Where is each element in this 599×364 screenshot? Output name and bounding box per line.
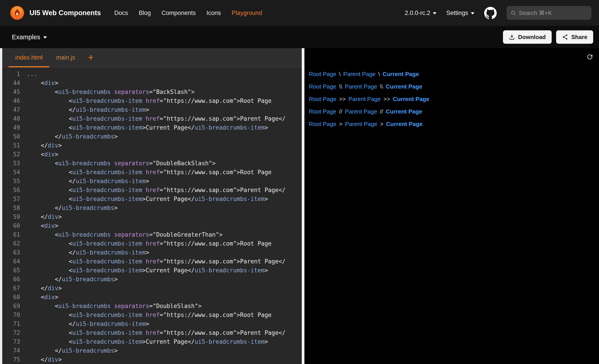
- code-line: 54 <ui5-breadcrumbs-item href="https://w…: [2, 168, 302, 177]
- ui5-logo-icon: [10, 6, 25, 20]
- code-line: 49 <ui5-breadcrumbs-item>Current Page</u…: [2, 123, 302, 132]
- search-box[interactable]: [507, 6, 591, 20]
- version-label: 2.0.0-rc.2: [405, 9, 430, 17]
- breadcrumb-separator: >: [339, 121, 342, 127]
- tab-main.js[interactable]: main.js: [49, 48, 82, 67]
- nav-link-playground[interactable]: Playground: [232, 9, 262, 17]
- chevron-down-icon: [43, 36, 47, 39]
- code-line: 58 </ui5-breadcrumbs>: [2, 203, 302, 212]
- breadcrumb-current: Current Page: [386, 121, 423, 127]
- line-number: 48: [2, 114, 20, 123]
- download-icon: [509, 34, 515, 40]
- breadcrumb-link[interactable]: Root Page: [309, 121, 336, 127]
- code-lines[interactable]: 1...44 <div>45 <ui5-breadcrumbs separato…: [2, 67, 302, 364]
- line-number: 57: [2, 195, 20, 203]
- breadcrumb-separator: >: [380, 121, 383, 127]
- nav-link-icons[interactable]: Icons: [206, 9, 221, 17]
- breadcrumb-link[interactable]: Root Page: [309, 83, 336, 90]
- breadcrumb-link[interactable]: Parent Page: [343, 71, 376, 78]
- line-number: 73: [2, 337, 20, 346]
- code-line: 66 </ui5-breadcrumbs>: [2, 275, 302, 284]
- line-number: 47: [2, 105, 20, 114]
- line-number: 54: [2, 168, 20, 177]
- line-number: 69: [2, 302, 20, 311]
- nav-links: DocsBlogComponentsIconsPlayground: [114, 9, 262, 17]
- version-dropdown[interactable]: 2.0.0-rc.2: [405, 9, 436, 17]
- breadcrumb-link[interactable]: Parent Page: [348, 96, 381, 103]
- breadcrumb-row: Root Page>Parent Page>Current Page: [309, 118, 599, 130]
- tab-index.html[interactable]: index.html: [9, 48, 49, 67]
- code-line: 64 <ui5-breadcrumbs-item href="https://w…: [2, 257, 302, 266]
- code-line: 70 <ui5-breadcrumbs-item href="https://w…: [2, 311, 302, 319]
- github-icon[interactable]: [484, 7, 497, 19]
- line-number: 45: [2, 87, 20, 96]
- line-number: 51: [2, 141, 20, 150]
- search-input[interactable]: [519, 9, 587, 17]
- settings-dropdown[interactable]: Settings: [446, 9, 474, 17]
- nav-link-components[interactable]: Components: [161, 9, 196, 17]
- code-line: 56 <ui5-breadcrumbs-item href="https://w…: [2, 186, 302, 195]
- line-number: 75: [2, 355, 20, 364]
- search-icon: [511, 10, 516, 16]
- preview-breadcrumbs: Root Page\Parent Page\Current PageRoot P…: [309, 68, 599, 130]
- breadcrumb-separator: >>: [383, 96, 390, 103]
- code-line: 53 <ui5-breadcrumbs separators="DoubleBa…: [2, 159, 302, 168]
- breadcrumb-separator: \\: [380, 83, 383, 90]
- line-number: 44: [2, 78, 20, 87]
- breadcrumb-link[interactable]: Parent Page: [345, 108, 377, 115]
- breadcrumb-separator: \: [339, 71, 341, 78]
- share-icon: [562, 34, 568, 40]
- line-number: 1: [2, 70, 20, 78]
- examples-label: Examples: [12, 34, 40, 41]
- breadcrumb-row: Root Page\Parent Page\Current Page: [309, 68, 599, 80]
- code-line: 71 </ui5-breadcrumbs-item>: [2, 319, 302, 328]
- code-line: 61 <ui5-breadcrumbs separators="DoubleGr…: [2, 230, 302, 239]
- refresh-icon[interactable]: [586, 53, 594, 61]
- breadcrumb-link[interactable]: Parent Page: [345, 121, 378, 127]
- breadcrumb-row: Root Page>>Parent Page>>Current Page: [309, 93, 599, 105]
- breadcrumb-row: Root Page\\Parent Page\\Current Page: [309, 80, 599, 93]
- breadcrumb-link[interactable]: Parent Page: [345, 83, 377, 90]
- line-number: 71: [2, 319, 20, 328]
- code-line: 51 </div>: [2, 141, 302, 150]
- breadcrumb-link[interactable]: Root Page: [309, 71, 336, 78]
- line-number: 67: [2, 284, 20, 293]
- line-number: 72: [2, 328, 20, 337]
- breadcrumb-current: Current Page: [383, 71, 419, 78]
- breadcrumb-separator: >>: [339, 96, 346, 103]
- code-line: 73 <ui5-breadcrumbs-item>Current Page</u…: [2, 337, 302, 346]
- line-number: 46: [2, 96, 20, 105]
- split-resize-handle[interactable]: [302, 48, 304, 364]
- line-number: 63: [2, 248, 20, 257]
- line-number: 70: [2, 311, 20, 319]
- preview-panel: Root Page\Parent Page\Current PageRoot P…: [304, 48, 599, 364]
- line-number: 61: [2, 230, 20, 239]
- line-number: 68: [2, 293, 20, 302]
- code-line: 47 </ui5-breadcrumbs-item>: [2, 105, 302, 114]
- code-line: 59 </div>: [2, 212, 302, 221]
- download-button[interactable]: Download: [503, 30, 552, 44]
- line-number: 52: [2, 150, 20, 159]
- nav-link-blog[interactable]: Blog: [139, 9, 151, 17]
- code-line: 60 <div>: [2, 221, 302, 230]
- line-number: 49: [2, 123, 20, 132]
- code-line: 55 </ui5-breadcrumbs-item>: [2, 177, 302, 186]
- left-resize-handle[interactable]: [0, 48, 2, 364]
- code-line: 68 <div>: [2, 293, 302, 302]
- line-number: 56: [2, 186, 20, 195]
- share-button[interactable]: Share: [556, 30, 593, 44]
- breadcrumb-link[interactable]: Root Page: [309, 108, 336, 115]
- code-line: 69 <ui5-breadcrumbs separators="DoubleSl…: [2, 302, 302, 311]
- code-line: 67 </div>: [2, 284, 302, 293]
- breadcrumb-separator: \\: [339, 83, 342, 90]
- breadcrumb-link[interactable]: Root Page: [309, 96, 336, 103]
- examples-dropdown[interactable]: Examples: [12, 34, 47, 41]
- share-label: Share: [571, 34, 587, 41]
- code-line: 45 <ui5-breadcrumbs separators="BackSlas…: [2, 87, 302, 96]
- code-line: 74 </ui5-breadcrumbs>: [2, 346, 302, 355]
- breadcrumb-row: Root Page//Parent Page//Current Page: [309, 105, 599, 118]
- nav-link-docs[interactable]: Docs: [114, 9, 128, 17]
- code-line: 44 <div>: [2, 78, 302, 87]
- line-number: 50: [2, 132, 20, 141]
- add-tab-button[interactable]: +: [82, 48, 100, 67]
